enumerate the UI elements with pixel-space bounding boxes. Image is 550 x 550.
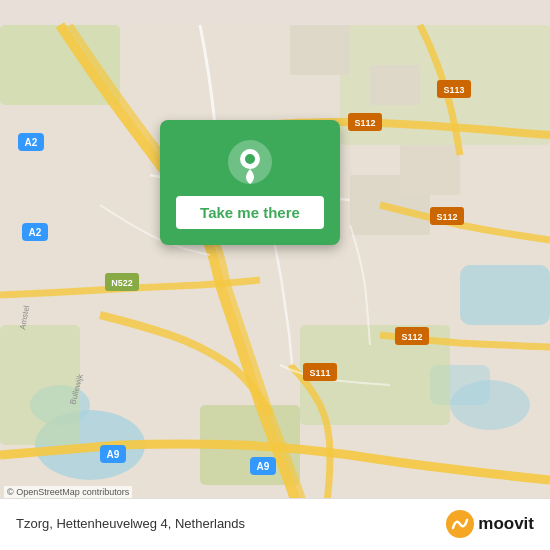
svg-text:S112: S112 — [354, 118, 375, 128]
copyright-text: © OpenStreetMap contributors — [4, 486, 132, 498]
svg-text:A2: A2 — [25, 137, 38, 148]
location-label: Tzorg, Hettenheuvelweg 4, Netherlands — [16, 516, 446, 531]
svg-text:A2: A2 — [29, 227, 42, 238]
take-me-there-button[interactable]: Take me there — [176, 196, 324, 229]
svg-text:A9: A9 — [107, 449, 120, 460]
location-card: Tzorg, Hettenheuvelweg 4, Netherlands mo… — [0, 498, 550, 550]
svg-rect-10 — [0, 325, 80, 445]
svg-text:S112: S112 — [436, 212, 457, 222]
svg-text:S111: S111 — [309, 368, 330, 378]
svg-text:S112: S112 — [401, 332, 422, 342]
map-container: A2 A2 N522 S112 S113 S112 S112 S111 A9 A… — [0, 0, 550, 550]
moovit-logo-text: moovit — [478, 514, 534, 534]
svg-rect-3 — [460, 265, 550, 325]
moovit-logo-icon — [446, 510, 474, 538]
map-background: A2 A2 N522 S112 S113 S112 S112 S111 A9 A… — [0, 0, 550, 550]
popup-card: Take me there — [160, 120, 340, 245]
svg-rect-14 — [400, 145, 460, 195]
svg-text:S113: S113 — [443, 85, 464, 95]
svg-text:A9: A9 — [257, 461, 270, 472]
svg-point-39 — [245, 154, 255, 164]
svg-text:N522: N522 — [111, 278, 133, 288]
svg-rect-11 — [290, 25, 350, 75]
svg-rect-12 — [370, 65, 420, 105]
moovit-logo: moovit — [446, 510, 534, 538]
map-pin-icon — [228, 140, 272, 184]
